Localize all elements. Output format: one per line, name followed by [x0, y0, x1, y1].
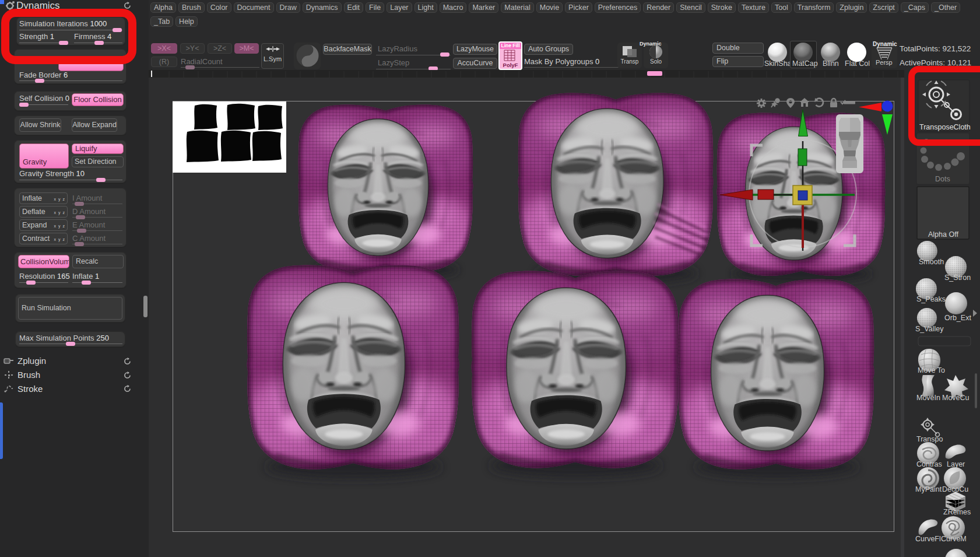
svg-text:S_Stron: S_Stron — [944, 274, 971, 282]
svg-text:MyPaint: MyPaint — [915, 485, 942, 493]
svg-text:Move To: Move To — [918, 366, 945, 374]
svg-text:Contras: Contras — [916, 460, 942, 468]
svg-text:MoveIn: MoveIn — [916, 394, 940, 402]
svg-text:CurveFl: CurveFl — [915, 535, 941, 543]
svg-text:S_Peaks: S_Peaks — [916, 295, 946, 303]
svg-text:Layer: Layer — [947, 460, 965, 468]
svg-text:CurveM: CurveM — [941, 535, 967, 543]
svg-text:Transpo: Transpo — [916, 435, 943, 443]
svg-text:Orb_Ext: Orb_Ext — [944, 314, 971, 322]
svg-text:Alpha Off: Alpha Off — [928, 230, 958, 239]
svg-text:MoveCu: MoveCu — [942, 394, 970, 402]
svg-text:ZRemes: ZRemes — [943, 508, 971, 516]
svg-text:Smooth: Smooth — [919, 258, 944, 266]
svg-text:S_Valley: S_Valley — [915, 325, 944, 333]
svg-text:Dots: Dots — [935, 175, 950, 183]
